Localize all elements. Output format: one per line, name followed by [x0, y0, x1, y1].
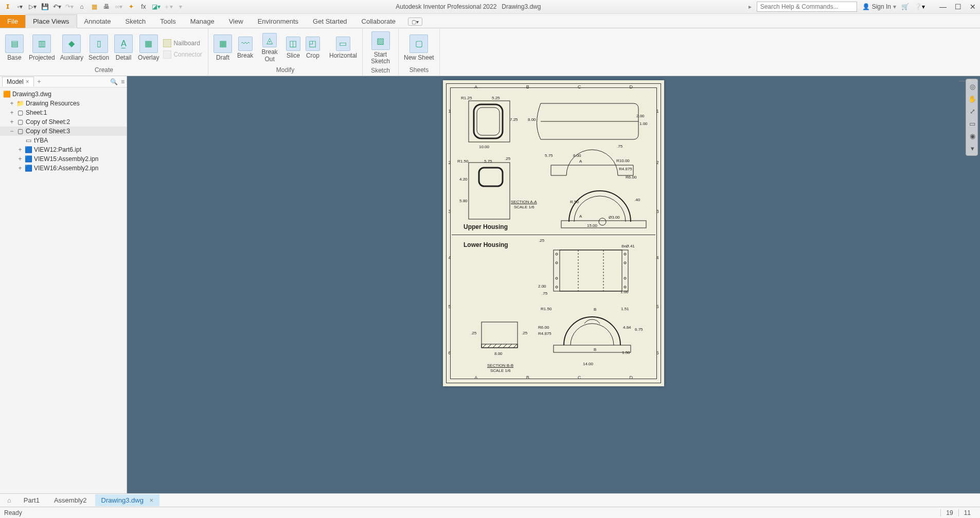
tool-start-sketch[interactable]: ▨Start Sketch	[366, 30, 395, 66]
model-tree[interactable]: 🟧 Drawing3.dwg + 📁 Drawing Resources + ▢…	[0, 87, 127, 493]
tool-nailboard[interactable]: Nailboard	[162, 38, 203, 48]
expand-icon[interactable]: +	[17, 146, 23, 153]
tree-node-tyba[interactable]: ▭ tYBA	[0, 136, 127, 145]
tab-annotate[interactable]: Annotate	[77, 15, 118, 28]
tab-view[interactable]: View	[222, 15, 251, 28]
redo-icon[interactable]: ↷▾	[65, 2, 74, 11]
help-icon[interactable]: ❔▾	[914, 3, 925, 10]
ribbon-collapse-icon[interactable]: ▢▾	[408, 17, 422, 26]
tool-break[interactable]: 〰Break	[235, 35, 255, 60]
home-qat-icon[interactable]: ⌂	[77, 2, 86, 11]
link-icon[interactable]: ∞▾	[114, 2, 123, 11]
svg-point-13	[556, 262, 558, 264]
tool-overlay[interactable]: ▦Overlay	[136, 33, 161, 62]
tree-node-sheet1[interactable]: + ▢ Sheet:1	[0, 108, 127, 117]
nav-pan-icon[interactable]: ✋	[967, 94, 977, 104]
tab-place-views[interactable]: Place Views	[25, 14, 77, 28]
browser-tab-model[interactable]: Model ×	[2, 77, 34, 86]
doctab-part1[interactable]: Part1	[17, 494, 46, 506]
material-icon[interactable]: ◪▾	[151, 2, 161, 11]
tool-new-sheet[interactable]: ▢New Sheet	[402, 33, 436, 62]
tree-node-view12[interactable]: + 🟦 VIEW12:Part6.ipt	[0, 145, 127, 154]
maximize-button[interactable]: ☐	[955, 3, 961, 11]
browser-menu-icon[interactable]: ≡	[121, 78, 124, 85]
tab-manage[interactable]: Manage	[183, 15, 222, 28]
draft-icon: ▦	[213, 34, 232, 53]
model-browser: Model × ＋ 🔍 ≡ 🟧 Drawing3.dwg + 📁 Drawing…	[0, 76, 127, 493]
cart-icon[interactable]: 🛒	[901, 3, 909, 10]
search-input[interactable]: Search Help & Commands...	[757, 2, 857, 12]
tool-draft[interactable]: ▦Draft	[211, 33, 234, 62]
tab-file[interactable]: File	[0, 15, 25, 28]
doctab-label: Drawing3.dwg	[101, 496, 144, 504]
tool-break-out[interactable]: ◬Break Out	[256, 32, 283, 63]
expand-icon[interactable]: +	[9, 118, 14, 126]
sheet-col-headers: ABCD	[450, 84, 657, 92]
tree-node-copy-sheet2[interactable]: + ▢ Copy of Sheet:2	[0, 117, 127, 127]
svg-point-15	[556, 286, 558, 288]
collapse-icon[interactable]: −	[9, 128, 14, 135]
nav-orbit-icon[interactable]: ◉	[967, 131, 977, 141]
add-qat-icon[interactable]: ＋▾	[164, 2, 173, 11]
tab-environments[interactable]: Environments	[251, 15, 306, 28]
app-icon[interactable]: 𝗜	[3, 2, 12, 11]
drawing-sheet[interactable]: ABCD ABCD 1 2 3 4 5 6 1 2 3 4 5 6	[443, 80, 664, 386]
tab-tools[interactable]: Tools	[153, 15, 183, 28]
expand-icon[interactable]: +	[9, 109, 14, 116]
qat-dropdown-icon[interactable]: ▾	[176, 2, 185, 11]
drawing-icon: 🟧	[3, 91, 10, 98]
browser-search-icon[interactable]: 🔍	[110, 78, 118, 85]
vp-min-icon[interactable]: —	[959, 77, 965, 84]
expand-icon[interactable]: +	[9, 100, 14, 107]
browser-add-tab[interactable]: ＋	[36, 77, 42, 86]
tool-connector[interactable]: Connector	[162, 49, 203, 60]
doctab-home-icon[interactable]: ⌂	[3, 496, 15, 504]
status-n2: 11	[958, 509, 976, 516]
break-icon: 〰	[238, 37, 253, 51]
new-sheet-icon: ▢	[409, 34, 428, 53]
tool-detail[interactable]: A̲Detail	[112, 33, 135, 62]
close-button[interactable]: ✕	[970, 3, 976, 11]
expand-icon[interactable]: +	[17, 165, 23, 172]
sign-in-button[interactable]: 👤 Sign In ▾	[862, 3, 896, 10]
tree-root[interactable]: 🟧 Drawing3.dwg	[0, 90, 127, 99]
params-icon[interactable]: fx	[139, 2, 148, 11]
tree-node-view15[interactable]: + 🟦 VIEW15:Assembly2.ipn	[0, 154, 127, 164]
nav-zoom-all-icon[interactable]: ▭	[967, 118, 977, 129]
grid-icon[interactable]: ▦	[90, 2, 99, 11]
tree-node-copy-sheet3[interactable]: − ▢ Copy of Sheet:3	[0, 127, 127, 136]
nav-zoom-icon[interactable]: ⤢	[967, 106, 977, 116]
expand-icon[interactable]: +	[17, 155, 23, 163]
tool-horizontal[interactable]: ▭Horizontal	[327, 35, 359, 60]
svg-line-22	[483, 344, 486, 348]
drawing-canvas[interactable]: — ▣ ✕ ◎ ✋ ⤢ ▭ ◉ ▾ ABCD ABCD 1 2	[127, 76, 980, 493]
doctab-close-icon[interactable]: ×	[150, 496, 154, 504]
sign-in-label: Sign In	[872, 3, 891, 10]
tree-node-resources[interactable]: + 📁 Drawing Resources	[0, 99, 127, 108]
undo-icon[interactable]: ↶▾	[52, 2, 62, 11]
new-icon[interactable]: ▫▾	[15, 2, 25, 11]
browser-tab-close-icon[interactable]: ×	[26, 78, 29, 85]
tab-sketch[interactable]: Sketch	[118, 15, 153, 28]
tool-slice[interactable]: ◫Slice	[284, 35, 302, 60]
open-icon[interactable]: ▷▾	[28, 2, 37, 11]
doctab-assembly2[interactable]: Assembly2	[48, 494, 93, 506]
save-icon[interactable]: 💾	[40, 2, 49, 11]
slice-icon: ◫	[286, 37, 300, 51]
tab-get-started[interactable]: Get Started	[306, 15, 354, 28]
tool-auxiliary[interactable]: ◆Auxiliary	[58, 33, 85, 62]
highlight-icon[interactable]: ✦	[127, 2, 136, 11]
nav-wheel-icon[interactable]: ◎	[967, 81, 977, 92]
nav-chevron-icon[interactable]: ▾	[967, 143, 977, 153]
tree-node-view16[interactable]: + 🟦 VIEW16:Assembly2.ipn	[0, 164, 127, 173]
doctab-drawing3[interactable]: Drawing3.dwg ×	[95, 494, 160, 506]
svg-point-18	[624, 277, 626, 279]
tool-projected[interactable]: ▥Projected	[27, 33, 57, 62]
tool-crop[interactable]: ◰Crop	[304, 35, 322, 60]
minimize-button[interactable]: —	[939, 3, 947, 11]
tool-section[interactable]: ▯Section	[86, 33, 111, 62]
tool-base[interactable]: ▤Base	[3, 33, 26, 62]
print-icon[interactable]: 🖶	[102, 2, 111, 11]
tab-collaborate[interactable]: Collaborate	[354, 15, 403, 28]
view-icon: 🟦	[25, 146, 32, 153]
